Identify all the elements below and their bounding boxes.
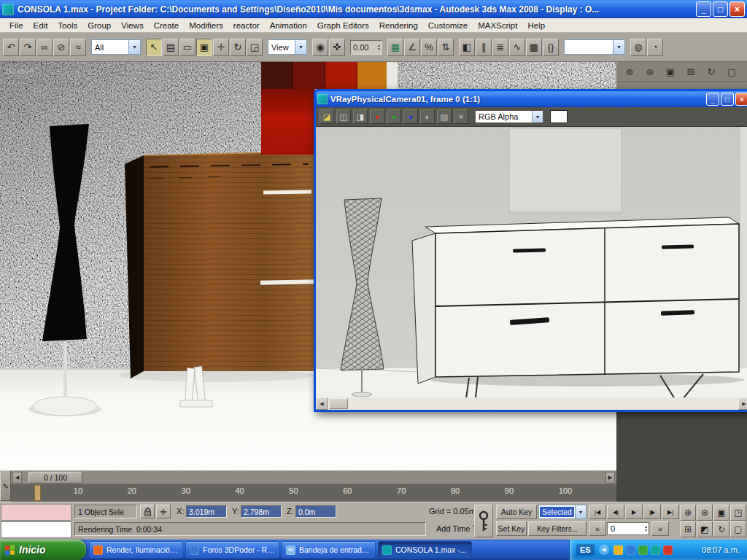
previous-frame-button[interactable]: ◀| bbox=[607, 505, 624, 519]
alpha-channel-icon[interactable]: ▨ bbox=[437, 109, 452, 124]
material-tile-2[interactable] bbox=[293, 62, 325, 89]
clear-icon[interactable]: × bbox=[454, 109, 468, 124]
zoom-button[interactable]: ⊕ bbox=[680, 505, 696, 521]
open-mini-curve-editor-button[interactable]: ∿ bbox=[0, 470, 11, 501]
select-and-scale-icon[interactable]: ◲ bbox=[247, 39, 263, 56]
window-crossing-icon[interactable]: ▣ bbox=[196, 39, 212, 56]
align-icon[interactable]: ∥ bbox=[476, 39, 492, 56]
minimize-button[interactable]: _ bbox=[696, 1, 711, 17]
play-button[interactable]: ▶ bbox=[625, 505, 643, 519]
spinner-arrows-icon[interactable]: ▲▼ bbox=[644, 525, 649, 532]
floor-lamp[interactable] bbox=[22, 120, 102, 470]
clock[interactable]: 08:07 a.m. bbox=[702, 545, 740, 554]
vfb-title-bar[interactable]: VRayPhysicalCamera01, frame 0 (1:1) _ □ … bbox=[316, 91, 747, 107]
select-and-manipulate-icon[interactable]: ✜ bbox=[329, 39, 345, 56]
copy-image-icon[interactable]: ◫ bbox=[336, 109, 351, 124]
angle-snap-icon[interactable]: ∠ bbox=[404, 39, 420, 56]
zoom-extents-button[interactable]: ▣ bbox=[713, 505, 729, 521]
vfb-close-button[interactable]: × bbox=[735, 93, 747, 106]
orbit-button[interactable]: ↻ bbox=[713, 521, 729, 537]
menu-item[interactable]: MAXScript bbox=[473, 20, 522, 31]
selection-lock-button[interactable] bbox=[140, 505, 155, 518]
tray-green-icon[interactable] bbox=[638, 545, 648, 555]
previous-key-button[interactable]: « bbox=[589, 521, 606, 536]
language-indicator[interactable]: ES bbox=[576, 544, 595, 556]
set-key-mode-button[interactable] bbox=[474, 505, 493, 537]
material-editor-icon[interactable]: ◍ bbox=[630, 39, 646, 56]
set-key-button[interactable]: Set Key bbox=[496, 521, 527, 536]
track-bar[interactable]: 102030405060708090100 bbox=[11, 483, 616, 502]
go-to-end-button[interactable]: ▶| bbox=[662, 505, 679, 519]
unlink-selection-icon[interactable]: ⊘ bbox=[53, 39, 69, 56]
task-bandeja-entrada[interactable]: ✉Bandeja de entrada -... bbox=[282, 541, 376, 559]
field-of-view-button[interactable]: ◩ bbox=[697, 521, 713, 537]
vfb-maximize-button[interactable]: □ bbox=[721, 93, 734, 106]
clone-window-icon[interactable]: ◨ bbox=[353, 109, 368, 124]
tray-red-icon[interactable] bbox=[663, 545, 673, 555]
orbit-icon[interactable]: ↻ bbox=[703, 64, 720, 79]
vfb-scrollbar[interactable]: ◀ ▶ bbox=[316, 397, 747, 410]
task-foros-3dpoder[interactable]: Foros 3DPoder - Res... bbox=[185, 541, 279, 559]
menu-item[interactable]: Group bbox=[82, 20, 116, 31]
menu-item[interactable]: Modifiers bbox=[184, 20, 228, 31]
menu-item[interactable]: Create bbox=[149, 20, 185, 31]
maximize-viewport-icon[interactable]: ▢ bbox=[723, 64, 740, 79]
menu-item[interactable]: Rendering bbox=[374, 20, 423, 31]
start-button[interactable]: Inicio bbox=[0, 540, 86, 560]
material-tile-1[interactable] bbox=[261, 62, 293, 89]
menu-item[interactable]: Views bbox=[116, 20, 148, 31]
menu-item[interactable]: File bbox=[4, 20, 28, 31]
red-channel-icon[interactable]: ● bbox=[370, 109, 384, 124]
next-key-button[interactable]: » bbox=[651, 521, 669, 536]
maximize-button[interactable]: □ bbox=[713, 1, 728, 17]
menu-item[interactable]: Customize bbox=[423, 20, 473, 31]
tray-teal-icon[interactable] bbox=[651, 545, 660, 555]
monochrome-icon[interactable]: ◐ bbox=[420, 109, 435, 124]
maxscript-macro-line[interactable] bbox=[1, 504, 71, 521]
menu-item[interactable]: reactor bbox=[228, 20, 265, 31]
maxscript-listener-line[interactable] bbox=[1, 521, 71, 538]
close-button[interactable]: × bbox=[729, 1, 745, 17]
maxscript-icon[interactable]: {} bbox=[543, 39, 559, 56]
key-filters-button[interactable]: Key Filters... bbox=[528, 521, 587, 536]
named-selection-dropdown[interactable]: ▼ bbox=[564, 39, 625, 55]
time-slider-handle[interactable]: 0 / 100 bbox=[28, 472, 82, 483]
current-frame-marker[interactable] bbox=[34, 485, 41, 501]
menu-item[interactable]: Animation bbox=[265, 20, 312, 31]
percent-snap-icon[interactable]: % bbox=[421, 39, 437, 56]
green-channel-icon[interactable]: ● bbox=[387, 109, 401, 124]
spinner-snap-icon[interactable]: ⇅ bbox=[438, 39, 454, 56]
wood-cabinet[interactable] bbox=[120, 149, 314, 412]
frame-back-icon[interactable]: ◀ bbox=[12, 472, 22, 483]
auto-key-button[interactable]: Auto Key bbox=[496, 505, 537, 519]
menu-item[interactable]: Help bbox=[522, 20, 550, 31]
save-image-icon[interactable]: ◪ bbox=[320, 109, 334, 124]
go-to-start-button[interactable]: |◀ bbox=[589, 505, 606, 519]
select-and-link-icon[interactable]: ∞ bbox=[36, 39, 53, 56]
z-coordinate-field[interactable]: 0.0m bbox=[295, 505, 336, 518]
coord-system-dropdown[interactable]: View ▼ bbox=[268, 39, 307, 55]
transform-gizmo-button[interactable]: ✛ bbox=[156, 505, 171, 518]
schematic-view-icon[interactable]: ▩ bbox=[526, 39, 542, 56]
window-title-bar[interactable]: CONSOLA 1.max - Project Folder: C:\Docum… bbox=[0, 0, 747, 18]
blue-channel-icon[interactable]: ● bbox=[403, 109, 418, 124]
y-coordinate-field[interactable]: 2.798m bbox=[241, 505, 282, 518]
frame-forward-icon[interactable]: ▶ bbox=[605, 472, 615, 483]
selection-set-dropdown[interactable]: Selected ▼ bbox=[538, 505, 587, 519]
mirror-icon[interactable]: ◧ bbox=[459, 39, 475, 56]
render-setup-icon[interactable]: ◔ bbox=[647, 39, 663, 56]
tray-blue-icon[interactable] bbox=[626, 545, 635, 555]
vfb-minimize-button[interactable]: _ bbox=[706, 93, 719, 106]
scroll-left-icon[interactable]: ◀ bbox=[316, 397, 328, 410]
select-object-icon[interactable]: ↖ bbox=[146, 39, 162, 56]
time-slider[interactable]: ◀ 0 / 100 ▶ bbox=[11, 470, 616, 483]
task-render-iluminacion[interactable]: Render, Iluminación y... bbox=[89, 541, 183, 559]
channel-dropdown[interactable]: RGB Alpha ▼ bbox=[475, 110, 543, 123]
bind-to-space-warp-icon[interactable]: ≈ bbox=[70, 39, 86, 56]
spinner-arrows-icon[interactable]: ▲▼ bbox=[377, 44, 382, 51]
next-frame-button[interactable]: |▶ bbox=[643, 505, 661, 519]
pan-button[interactable]: ⊞ bbox=[680, 521, 696, 537]
material-sample-red[interactable] bbox=[261, 89, 314, 155]
selection-filter-dropdown[interactable]: All ▼ bbox=[91, 39, 141, 55]
snaps-toggle-icon[interactable]: ▦ bbox=[387, 39, 403, 56]
